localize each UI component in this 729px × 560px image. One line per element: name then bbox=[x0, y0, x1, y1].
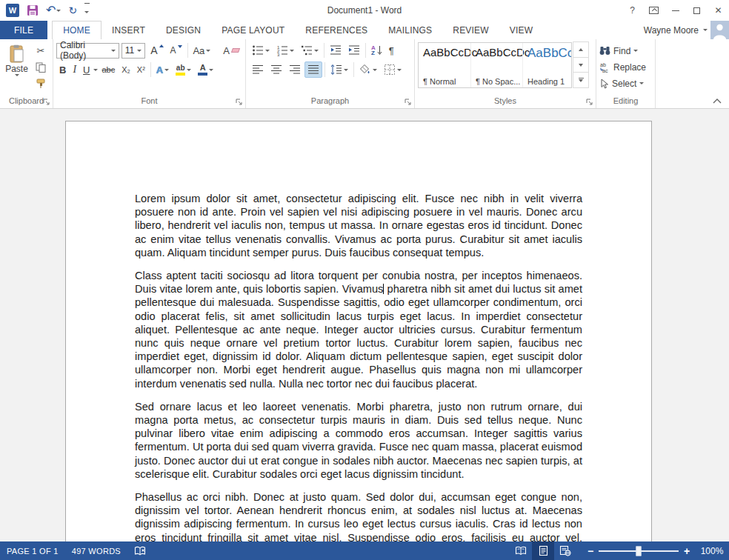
sort-arrow-icon bbox=[377, 45, 382, 56]
shading-icon bbox=[359, 64, 371, 76]
print-layout-button[interactable] bbox=[532, 541, 554, 560]
help-button[interactable]: ? bbox=[622, 0, 643, 21]
style-heading-1[interactable]: AaBbCc Heading 1 bbox=[522, 43, 572, 87]
font-family-combo[interactable]: Calibri (Body) bbox=[56, 43, 119, 59]
ribbon-display-options-button[interactable] bbox=[643, 0, 665, 21]
bold-button[interactable]: B bbox=[56, 61, 69, 78]
replace-button[interactable]: ab ac Replace bbox=[599, 60, 652, 74]
clear-formatting-button[interactable]: A bbox=[220, 42, 242, 59]
clipboard-dialog-launcher[interactable] bbox=[43, 99, 50, 106]
paragraph-2[interactable]: Class aptent taciti sociosqu ad litora t… bbox=[135, 269, 582, 390]
font-size-combo[interactable]: 11 bbox=[122, 43, 146, 59]
close-button[interactable]: ✕ bbox=[708, 0, 729, 21]
account-dropdown-icon bbox=[703, 29, 708, 31]
zoom-slider-thumb[interactable] bbox=[636, 546, 642, 556]
multilevel-list-button[interactable] bbox=[298, 42, 322, 59]
paragraph-4[interactable]: Phasellus ac orci nibh. Donec at justo q… bbox=[135, 490, 582, 541]
document-page[interactable]: Lorem ipsum dolor sit amet, consectetur … bbox=[65, 121, 652, 541]
clipboard-group-label: Clipboard bbox=[9, 96, 44, 105]
cut-button[interactable]: ✂ bbox=[32, 43, 50, 59]
sort-button[interactable]: A Z bbox=[368, 42, 385, 59]
account-menu[interactable]: Wayne Moore bbox=[644, 21, 710, 39]
highlight-color-button[interactable]: ab bbox=[173, 61, 194, 78]
style-no-spacing[interactable]: AaBbCcDc ¶ No Spac... bbox=[470, 43, 522, 87]
read-mode-button[interactable] bbox=[510, 541, 532, 560]
tab-design[interactable]: DESIGN bbox=[156, 21, 211, 39]
tab-references[interactable]: REFERENCES bbox=[295, 21, 378, 39]
justify-icon bbox=[307, 64, 319, 76]
paste-button[interactable]: Paste bbox=[3, 42, 30, 91]
avatar[interactable] bbox=[710, 21, 729, 39]
numbering-button[interactable]: 1 2 3 bbox=[273, 42, 297, 59]
web-layout-icon bbox=[559, 545, 571, 556]
font-color-button[interactable]: A bbox=[195, 61, 216, 78]
style-normal[interactable]: AaBbCcDc ¶ Normal bbox=[419, 43, 470, 87]
zoom-in-button[interactable]: + bbox=[679, 545, 695, 557]
title-bar: W ↶ ↻ Document1 - Word bbox=[0, 0, 729, 21]
web-layout-button[interactable] bbox=[554, 541, 576, 560]
format-painter-button[interactable] bbox=[32, 76, 50, 91]
tab-insert[interactable]: INSERT bbox=[101, 21, 156, 39]
tab-home[interactable]: HOME bbox=[52, 21, 101, 39]
borders-button[interactable] bbox=[381, 61, 405, 78]
font-dialog-launcher[interactable] bbox=[236, 99, 243, 106]
paragraph-dialog-launcher[interactable] bbox=[405, 99, 412, 106]
word-count-indicator[interactable]: 497 WORDS bbox=[65, 541, 127, 560]
eraser-icon bbox=[231, 48, 240, 53]
tab-file[interactable]: FILE bbox=[0, 21, 47, 39]
align-right-button[interactable] bbox=[286, 61, 304, 78]
styles-dialog-launcher[interactable] bbox=[586, 99, 593, 106]
align-left-button[interactable] bbox=[249, 61, 267, 78]
paragraph-1[interactable]: Lorem ipsum dolor sit amet, consectetur … bbox=[135, 192, 582, 259]
shrink-font-button[interactable]: A bbox=[167, 42, 185, 59]
paragraph-3[interactable]: Sed ornare lacus et leo laoreet venenati… bbox=[135, 400, 582, 481]
minimize-button[interactable] bbox=[665, 0, 686, 21]
decrease-indent-button[interactable] bbox=[327, 42, 344, 59]
replace-icon: ab ac bbox=[599, 62, 610, 73]
styles-scroll-up-button[interactable] bbox=[573, 41, 589, 58]
underline-dropdown-icon[interactable] bbox=[93, 69, 98, 71]
bullets-button[interactable] bbox=[249, 42, 273, 59]
line-spacing-button[interactable] bbox=[327, 61, 351, 78]
styles-more-button[interactable] bbox=[573, 72, 589, 88]
borders-icon bbox=[384, 64, 396, 76]
find-button[interactable]: Find bbox=[599, 44, 652, 58]
strikethrough-button[interactable]: abc bbox=[99, 61, 118, 78]
shading-button[interactable] bbox=[356, 61, 380, 78]
page-count-indicator[interactable]: PAGE 1 OF 1 bbox=[0, 541, 65, 560]
minimize-icon bbox=[672, 10, 679, 11]
tab-view[interactable]: VIEW bbox=[499, 21, 543, 39]
text-effects-button[interactable]: A bbox=[153, 61, 172, 78]
select-icon bbox=[599, 79, 609, 89]
underline-button[interactable]: U bbox=[80, 61, 93, 78]
tab-page-layout[interactable]: PAGE LAYOUT bbox=[211, 21, 295, 39]
window-title: Document1 - Word bbox=[0, 5, 729, 16]
collapse-ribbon-button[interactable] bbox=[713, 99, 722, 104]
zoom-level[interactable]: 100% bbox=[695, 546, 729, 556]
tab-review[interactable]: REVIEW bbox=[442, 21, 499, 39]
justify-button[interactable] bbox=[304, 61, 322, 78]
styles-scroll-down-button[interactable] bbox=[573, 57, 589, 73]
maximize-button[interactable] bbox=[686, 0, 708, 21]
copy-button[interactable] bbox=[32, 59, 50, 75]
align-center-button[interactable] bbox=[267, 61, 285, 78]
svg-text:3: 3 bbox=[277, 53, 280, 57]
change-case-button[interactable]: Aa bbox=[190, 42, 213, 59]
group-clipboard: Paste ✂ bbox=[0, 39, 53, 108]
line-spacing-icon bbox=[330, 64, 342, 76]
tab-mailings[interactable]: MAILINGS bbox=[378, 21, 442, 39]
print-layout-icon bbox=[539, 545, 548, 556]
proofing-errors-icon bbox=[134, 546, 147, 556]
decrease-indent-icon bbox=[330, 44, 342, 56]
proofing-status-button[interactable] bbox=[127, 541, 154, 560]
superscript-button[interactable]: X² bbox=[134, 61, 148, 78]
italic-button[interactable]: I bbox=[70, 61, 79, 78]
select-button[interactable]: Select bbox=[599, 76, 652, 90]
increase-indent-button[interactable] bbox=[345, 42, 363, 59]
subscript-button[interactable]: X₂ bbox=[119, 61, 133, 78]
zoom-slider[interactable] bbox=[599, 550, 679, 552]
editing-group-label: Editing bbox=[613, 96, 639, 105]
grow-font-button[interactable]: A bbox=[147, 42, 166, 59]
zoom-out-button[interactable]: − bbox=[582, 545, 599, 557]
show-hide-pilcrow-button[interactable]: ¶ bbox=[386, 42, 397, 59]
